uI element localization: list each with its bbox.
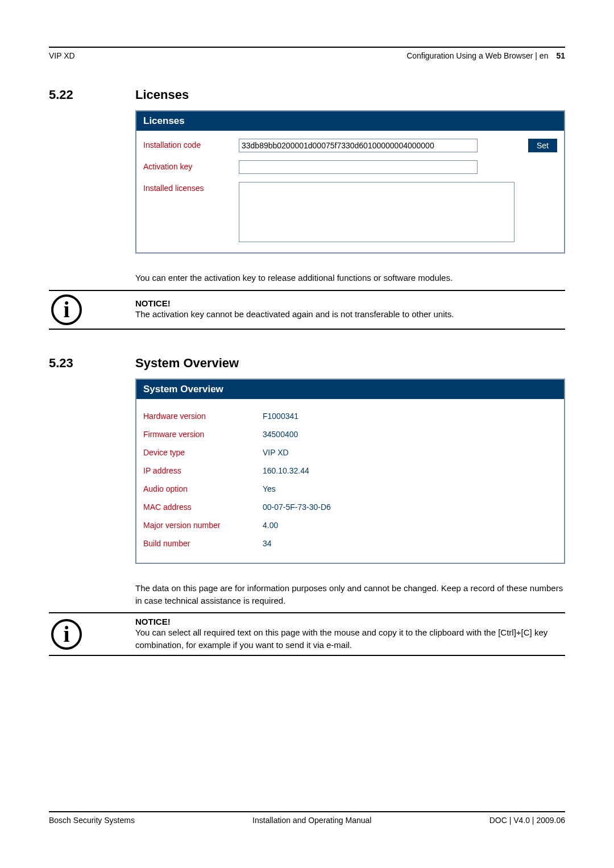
overview-row: IP address160.10.32.44 — [143, 462, 557, 480]
overview-label: Build number — [143, 539, 263, 548]
activation-key-input[interactable] — [239, 160, 478, 174]
licenses-description: You can enter the activation key to rele… — [135, 272, 565, 284]
page-header: VIP XD Configuration Using a Web Browser… — [49, 51, 565, 60]
page-footer: Bosch Security Systems Installation and … — [49, 811, 565, 825]
notice-body: You can select all required text on this… — [135, 626, 565, 651]
overview-label: Audio option — [143, 484, 263, 493]
section-licenses: 5.22 Licenses Licenses Installation code… — [49, 88, 565, 284]
header-breadcrumb: Configuration Using a Web Browser | en — [406, 51, 548, 60]
overview-value: F1000341 — [263, 412, 298, 421]
section-title-licenses: Licenses — [135, 88, 565, 102]
installation-code-label: Installation code — [143, 139, 239, 149]
overview-notice: i NOTICE! You can select all required te… — [49, 612, 565, 656]
overview-label: Major version number — [143, 521, 263, 530]
set-button[interactable]: Set — [528, 139, 557, 152]
overview-label: Firmware version — [143, 430, 263, 439]
overview-panel: System Overview Hardware versionF1000341… — [135, 379, 565, 564]
licenses-panel: Licenses Installation code Set Activatio… — [135, 110, 565, 254]
header-rule — [49, 47, 565, 48]
footer-left: Bosch Security Systems — [49, 816, 135, 825]
page-number: 51 — [556, 51, 565, 60]
notice-heading: NOTICE! — [135, 617, 565, 626]
overview-label: MAC address — [143, 502, 263, 512]
overview-value: 00-07-5F-73-30-D6 — [263, 502, 331, 512]
overview-row: Build number34 — [143, 534, 557, 553]
overview-value: 34500400 — [263, 430, 298, 439]
overview-label: IP address — [143, 466, 263, 475]
installed-licenses-label: Installed licenses — [143, 182, 239, 193]
info-icon: i — [51, 294, 82, 325]
section-title-overview: System Overview — [135, 356, 565, 371]
installation-code-input[interactable] — [239, 139, 478, 152]
overview-row: Audio optionYes — [143, 480, 557, 498]
notice-heading: NOTICE! — [135, 298, 565, 308]
overview-value: Yes — [263, 484, 276, 493]
footer-center: Installation and Operating Manual — [252, 816, 371, 825]
installed-licenses-textarea[interactable] — [239, 182, 515, 242]
footer-rule — [49, 811, 565, 812]
overview-value: VIP XD — [263, 448, 289, 457]
section-number-licenses: 5.22 — [49, 88, 135, 102]
overview-label: Hardware version — [143, 412, 263, 421]
licenses-panel-header: Licenses — [136, 111, 564, 131]
overview-description: The data on this page are for informatio… — [135, 582, 565, 607]
overview-row: Device typeVIP XD — [143, 443, 557, 462]
overview-value: 34 — [263, 539, 272, 548]
overview-label: Device type — [143, 448, 263, 457]
licenses-notice: i NOTICE! The activation key cannot be d… — [49, 290, 565, 330]
overview-row: MAC address00-07-5F-73-30-D6 — [143, 498, 557, 516]
overview-value: 4.00 — [263, 521, 278, 530]
overview-value: 160.10.32.44 — [263, 466, 309, 475]
info-icon: i — [51, 619, 82, 650]
header-left: VIP XD — [49, 51, 75, 60]
overview-row: Major version number4.00 — [143, 516, 557, 534]
overview-row: Hardware versionF1000341 — [143, 407, 557, 425]
notice-body: The activation key cannot be deactivated… — [135, 308, 565, 321]
section-number-overview: 5.23 — [49, 356, 135, 371]
section-overview: 5.23 System Overview System Overview Har… — [49, 356, 565, 607]
activation-key-label: Activation key — [143, 160, 239, 171]
overview-row: Firmware version34500400 — [143, 425, 557, 443]
footer-right: DOC | V4.0 | 2009.06 — [489, 816, 565, 825]
overview-panel-header: System Overview — [136, 380, 564, 399]
